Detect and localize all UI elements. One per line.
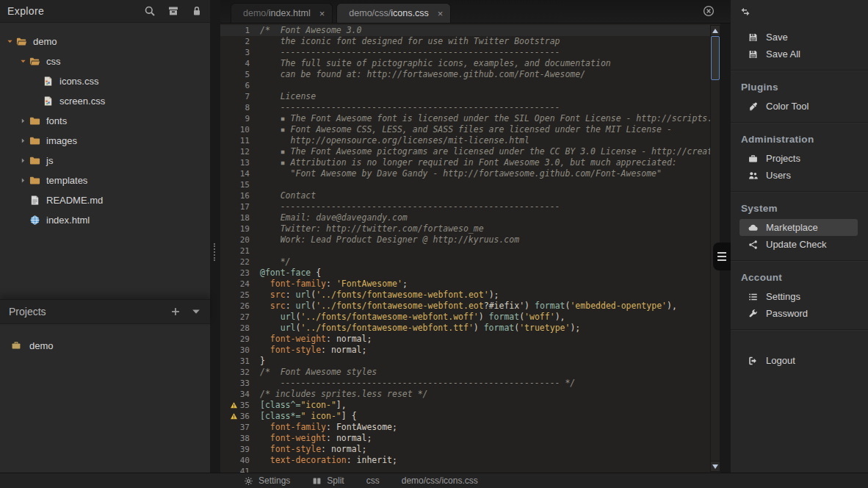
file-tree: democssicons.cssscreen.cssfontsimagesjst… [0, 23, 210, 299]
settings-label: Settings [258, 476, 290, 486]
tree-item-label: README.md [46, 195, 103, 206]
gutter-cell: 35 [220, 400, 256, 411]
menu-item-label: Users [766, 170, 791, 181]
editor-mode-selector[interactable]: css [366, 476, 380, 486]
menu-item-save[interactable]: Save [739, 29, 858, 46]
explorer-title: Explore [7, 5, 132, 17]
menu-item-users[interactable]: Users [739, 167, 858, 184]
chevron-right-icon[interactable] [18, 137, 29, 146]
projects-menu-chevron-icon[interactable] [191, 306, 201, 317]
scroll-down-arrow[interactable] [711, 461, 720, 471]
chevron-down-icon[interactable] [4, 37, 15, 46]
menu-item-logout[interactable]: Logout [739, 352, 858, 369]
chevron-spacer [18, 196, 29, 205]
tree-item-fonts[interactable]: fonts [0, 111, 210, 131]
tree-item-label: demo [33, 36, 57, 47]
chevron-down-icon[interactable] [18, 57, 29, 66]
menu-item-color-tool[interactable]: Color Tool [739, 98, 858, 115]
status-bar: Settings Split css demo/css/icons.css [0, 473, 868, 488]
tab-demo-index-html[interactable]: demo/index.html× [231, 3, 333, 23]
tree-item-css[interactable]: css [0, 51, 210, 71]
section-title-system: System [731, 197, 868, 219]
menu-item-update-check[interactable]: Update Check [739, 236, 858, 253]
tab-file: icons.css [391, 8, 428, 18]
gutter-cell: 16 [220, 190, 256, 201]
close-all-tabs-icon[interactable] [703, 5, 715, 17]
menu-item-settings[interactable]: Settings [739, 288, 858, 305]
menu-item-password[interactable]: Password [739, 305, 858, 322]
gutter-cell: 5 [220, 69, 256, 80]
menu-item-save-all[interactable]: Save All [739, 46, 858, 62]
tree-item-index-html[interactable]: index.html [0, 210, 210, 230]
share-icon [748, 240, 759, 250]
tree-item-templates[interactable]: templates [0, 171, 210, 190]
code-line-29: 29 font-weight: normal; [220, 334, 720, 345]
code-line-39: 39 font-style: normal; [220, 444, 720, 455]
collapse-panel-icon[interactable] [739, 6, 751, 18]
gutter-cell: 22 [220, 256, 256, 268]
lock-icon[interactable] [191, 5, 203, 17]
admin-menu: SaveSave AllPluginsColor ToolAdministrat… [731, 24, 868, 376]
add-project-icon[interactable] [170, 306, 181, 317]
file-explorer-panel: Explore democssicons.cssscreen.cssfontsi… [0, 0, 210, 488]
tree-item-screen-css[interactable]: screen.css [0, 91, 210, 111]
gutter-cell: 28 [220, 323, 256, 334]
menu-item-projects[interactable]: Projects [739, 150, 858, 167]
gutter-cell: 34 [220, 389, 256, 400]
section-title-account: Account [731, 266, 868, 288]
code-line-37: 37 font-family: FontAwesome; [220, 422, 720, 433]
code-line-1: 1/* Font Awesome 3.0 [220, 25, 720, 36]
menu-item-label: Save All [766, 49, 800, 60]
gutter-cell: 15 [220, 179, 256, 190]
tree-item-label: images [46, 135, 77, 146]
tree-item-js[interactable]: js [0, 151, 210, 171]
ide-window: Explore democssicons.cssscreen.cssfontsi… [0, 0, 868, 488]
code-editor[interactable]: 1/* Font Awesome 3.02 the iconic font de… [220, 24, 720, 488]
archive-icon[interactable] [167, 5, 179, 17]
tree-item-icons-css[interactable]: icons.css [0, 71, 210, 91]
gutter-cell: 27 [220, 312, 256, 323]
file-css-icon [42, 96, 54, 107]
settings-button[interactable]: Settings [244, 476, 290, 486]
split-button[interactable]: Split [312, 476, 344, 486]
left-panel-resize-handle[interactable] [211, 240, 218, 265]
gutter-cell: 7 [220, 91, 256, 102]
search-icon[interactable] [144, 5, 156, 17]
vertical-scroll-thumb[interactable] [711, 36, 720, 80]
project-item-demo[interactable]: demo [0, 334, 210, 356]
explorer-header: Explore [0, 0, 210, 23]
gutter-cell: 30 [220, 345, 256, 356]
tab-bar: demo/index.html×demo/css/icons.css× [220, 0, 731, 24]
menu-group: SaveSave All [731, 24, 868, 71]
file-css-icon [42, 76, 54, 87]
chevron-right-icon[interactable] [18, 176, 29, 185]
tree-item-label: screen.css [59, 96, 105, 107]
code-line-30: 30 font-style: normal; [220, 345, 720, 356]
gutter-cell: 2 [220, 36, 256, 47]
chevron-right-icon[interactable] [18, 157, 29, 165]
scroll-up-arrow[interactable] [711, 26, 720, 36]
tree-item-demo[interactable]: demo [0, 32, 210, 51]
split-label: Split [327, 476, 344, 486]
folder-icon [29, 115, 41, 126]
projects-title: Projects [9, 306, 160, 317]
tab-path: demo/ [243, 8, 269, 18]
menu-item-marketplace[interactable]: Marketplace [739, 219, 858, 236]
gutter-cell: 10 [220, 124, 256, 135]
gutter-cell: 6 [220, 80, 256, 91]
wrench-icon [748, 309, 759, 319]
gutter-cell: 31 [220, 356, 256, 367]
gutter-cell: 18 [220, 212, 256, 223]
tab-close-icon[interactable]: × [319, 9, 325, 18]
tree-item-readme-md[interactable]: README.md [0, 190, 210, 210]
right-panel-toggle-handle[interactable] [713, 243, 731, 270]
tab-close-icon[interactable]: × [438, 9, 444, 18]
gutter-cell: 26 [220, 301, 256, 312]
tree-item-images[interactable]: images [0, 131, 210, 151]
code-line-17: 17 -------------------------------------… [220, 201, 720, 212]
code-line-6: 6 [220, 80, 720, 91]
tab-demo-css-icons-css[interactable]: demo/css/icons.css× [336, 3, 451, 23]
projects-list: demo [0, 324, 210, 488]
chevron-right-icon[interactable] [18, 117, 29, 126]
gutter-cell: 8 [220, 102, 256, 113]
